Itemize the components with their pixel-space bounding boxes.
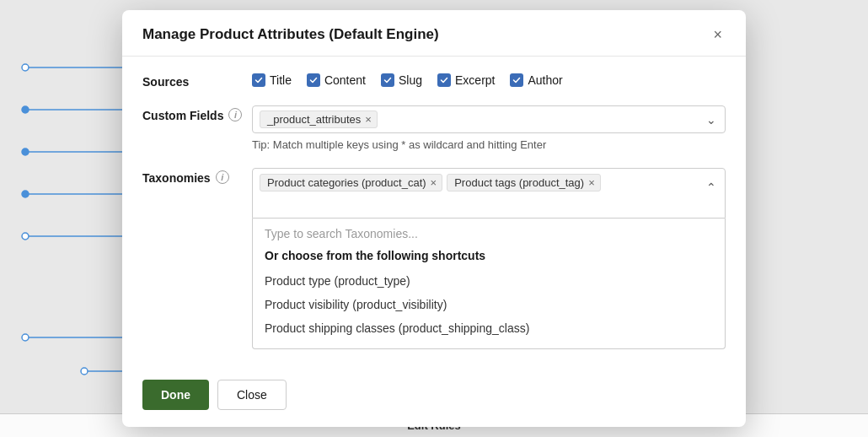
dropdown-item-product-visibility[interactable]: Product visibility (product_visibility) bbox=[265, 293, 713, 316]
tag-label: Product tags (product_tag) bbox=[454, 176, 584, 189]
taxonomies-content: Product categories (product_cat) × Produ… bbox=[252, 168, 726, 349]
done-button[interactable]: Done bbox=[142, 380, 209, 410]
dropdown-placeholder: Type to search Taxonomies... bbox=[265, 227, 713, 240]
checkbox-title[interactable]: Title bbox=[252, 73, 292, 87]
custom-fields-tag-product-attributes: _product_attributes × bbox=[260, 111, 378, 128]
custom-fields-input[interactable]: _product_attributes × ⌄ bbox=[252, 105, 726, 133]
checkbox-excerpt-box[interactable] bbox=[437, 73, 451, 87]
checkbox-title-box[interactable] bbox=[252, 73, 265, 87]
checkbox-excerpt-label: Excerpt bbox=[455, 73, 495, 87]
sources-checkboxes: Title Content Slug bbox=[252, 73, 726, 87]
checkbox-content-label: Content bbox=[324, 73, 366, 87]
taxonomies-chevron-up[interactable]: ⌃ bbox=[705, 179, 718, 196]
custom-fields-help-icon[interactable]: i bbox=[228, 108, 242, 121]
tag-product-cat: Product categories (product_cat) × bbox=[260, 174, 442, 192]
taxonomies-wrapper: Product categories (product_cat) × Produ… bbox=[252, 168, 726, 349]
sources-content: Title Content Slug bbox=[252, 73, 726, 87]
sources-row: Sources Title Con bbox=[142, 73, 726, 89]
dropdown-item-product-type[interactable]: Product type (product_type) bbox=[265, 269, 713, 293]
taxonomies-text-input[interactable] bbox=[260, 199, 694, 213]
checkbox-title-label: Title bbox=[270, 73, 292, 87]
checkbox-slug-label: Slug bbox=[399, 73, 422, 87]
checkbox-slug[interactable]: Slug bbox=[381, 73, 422, 87]
tag-remove-button[interactable]: × bbox=[365, 114, 372, 125]
modal-title: Manage Product Attributes (Default Engin… bbox=[142, 26, 439, 43]
taxonomies-row: Taxonomies i Product categories (product… bbox=[142, 168, 726, 349]
checkbox-excerpt[interactable]: Excerpt bbox=[437, 73, 495, 87]
shortcuts-title: Or choose from the following shortcuts bbox=[265, 249, 713, 262]
custom-fields-label: Custom Fields bbox=[142, 107, 223, 122]
custom-fields-label-group: Custom Fields i bbox=[142, 105, 252, 122]
close-button[interactable]: Close bbox=[217, 380, 287, 410]
tag-product-tag-remove[interactable]: × bbox=[588, 177, 595, 188]
close-x-button[interactable]: × bbox=[710, 25, 726, 44]
checkbox-content-box[interactable] bbox=[307, 73, 320, 87]
taxonomies-help-icon[interactable]: i bbox=[216, 170, 229, 184]
tag-product-cat-remove[interactable]: × bbox=[431, 177, 437, 188]
custom-fields-content: _product_attributes × ⌄ Tip: Match multi… bbox=[252, 105, 726, 151]
custom-fields-chevron-down[interactable]: ⌄ bbox=[705, 111, 718, 128]
custom-fields-text-input[interactable] bbox=[382, 113, 698, 127]
taxonomies-input[interactable]: Product categories (product_cat) × Produ… bbox=[252, 168, 726, 218]
checkbox-content[interactable]: Content bbox=[307, 73, 366, 87]
checkbox-slug-box[interactable] bbox=[381, 73, 394, 87]
tag-label: _product_attributes bbox=[267, 113, 361, 126]
dropdown-item-product-shipping[interactable]: Product shipping classes (product_shippi… bbox=[265, 316, 713, 340]
manage-attributes-modal: Manage Product Attributes (Default Engin… bbox=[122, 10, 746, 427]
checkbox-author-box[interactable] bbox=[510, 73, 523, 87]
modal-footer: Done Close bbox=[122, 370, 746, 427]
custom-fields-row: Custom Fields i _product_attributes × ⌄ … bbox=[142, 105, 726, 151]
taxonomies-label: Taxonomies bbox=[142, 170, 211, 185]
tag-product-tag: Product tags (product_tag) × bbox=[447, 174, 601, 192]
modal-header: Manage Product Attributes (Default Engin… bbox=[122, 10, 746, 57]
sources-label: Sources bbox=[142, 73, 252, 89]
tag-label: Product categories (product_cat) bbox=[267, 176, 426, 189]
checkbox-author-label: Author bbox=[528, 73, 562, 87]
modal-body: Sources Title Con bbox=[122, 57, 746, 370]
taxonomies-dropdown: Type to search Taxonomies... Or choose f… bbox=[252, 218, 726, 349]
checkbox-author[interactable]: Author bbox=[510, 73, 562, 87]
custom-fields-tip: Tip: Match multiple keys using * as wild… bbox=[252, 138, 726, 151]
taxonomies-label-group: Taxonomies i bbox=[142, 168, 252, 185]
